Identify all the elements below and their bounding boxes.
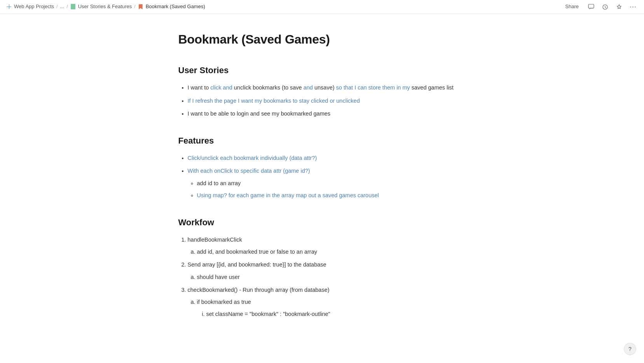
section-user-stories: User Stories I want to click and unclick… — [178, 63, 466, 118]
breadcrumb-item-projects[interactable]: Web App Projects — [6, 3, 54, 11]
main-content: Bookmark (Saved Games) User Stories I wa… — [155, 14, 489, 363]
history-button[interactable] — [600, 2, 610, 12]
workflow-list: handleBookmarkClick add id, and bookmark… — [178, 235, 466, 319]
breadcrumb-label-projects: Web App Projects — [14, 3, 54, 11]
section-title-workflow: Workfow — [178, 216, 466, 229]
breadcrumb-item-ellipsis[interactable]: ... — [60, 3, 64, 11]
help-button[interactable]: ? — [624, 343, 636, 355]
workflow-item-3: checkBookmarked() - Run through array (f… — [188, 287, 330, 293]
more-button[interactable]: ··· — [628, 2, 638, 12]
list-item: add id to an array — [197, 179, 466, 188]
bookmark-icon — [138, 4, 143, 9]
list-item: checkBookmarked() - Run through array (f… — [188, 286, 466, 319]
list-item: handleBookmarkClick add id, and bookmark… — [188, 235, 466, 256]
feature-text-2: With each onClick to specific data attr … — [188, 168, 310, 174]
workflow-item-1: handleBookmarkClick — [188, 237, 242, 243]
breadcrumb-item-bookmark[interactable]: Bookmark (Saved Games) — [138, 3, 205, 11]
star-button[interactable] — [614, 2, 624, 12]
features-sub-list: add id to an array Using map? for each g… — [188, 179, 466, 200]
list-item: Click/unclick each bookmark individually… — [188, 154, 466, 163]
section-features: Features Click/unclick each bookmark ind… — [178, 134, 466, 200]
breadcrumb-label-user-stories: User Stories & Features — [78, 3, 132, 11]
list-item: add id, and bookmarked true or false to … — [197, 247, 466, 256]
list-item: set className = "bookmark" : "bookmark-o… — [206, 310, 466, 319]
topbar: Web App Projects / ... / User Stories & … — [0, 0, 644, 14]
list-item: If I refresh the page I want my bookmark… — [188, 96, 466, 105]
workflow-sub-item-3a: if bookmarked as true — [197, 299, 251, 305]
grid-icon — [6, 4, 12, 9]
page-icon — [70, 4, 76, 9]
sub-feature-text-2: Using map? for each game in the array ma… — [197, 192, 379, 198]
workflow-sub-list-1: add id, and bookmarked true or false to … — [188, 247, 466, 256]
feature-text-1: Click/unclick each bookmark individually… — [188, 155, 317, 161]
list-item: I want to click and unclick bookmarks (t… — [188, 83, 466, 92]
section-title-user-stories: User Stories — [178, 63, 466, 77]
workflow-sub-sub-item-3a-i: set className = "bookmark" : "bookmark-o… — [206, 311, 330, 317]
list-item: Send array [{id, and bookmarked: true}] … — [188, 260, 466, 281]
section-title-features: Features — [178, 134, 466, 147]
svg-rect-0 — [588, 4, 594, 8]
features-list: Click/unclick each bookmark individually… — [178, 154, 466, 200]
breadcrumb-item-user-stories[interactable]: User Stories & Features — [70, 3, 132, 11]
sub-feature-text-1: add id to an array — [197, 180, 241, 186]
workflow-sub-item-2a: should have user — [197, 274, 240, 280]
comment-button[interactable] — [586, 2, 596, 12]
workflow-sub-list-3: if bookmarked as true set className = "b… — [188, 298, 466, 319]
workflow-item-2: Send array [{id, and bookmarked: true}] … — [188, 261, 326, 268]
list-item: should have user — [197, 273, 466, 282]
story-text-1: I want to click and unclick bookmarks (t… — [188, 84, 454, 91]
workflow-sub-sub-list-3a: set className = "bookmark" : "bookmark-o… — [197, 310, 466, 319]
story-text-3: I want to be able to login and see my bo… — [188, 110, 331, 117]
breadcrumb-sep-3: / — [134, 3, 135, 11]
list-item: if bookmarked as true set className = "b… — [197, 298, 466, 319]
breadcrumb-label-bookmark: Bookmark (Saved Games) — [146, 3, 205, 11]
topbar-actions: Share ··· — [562, 2, 638, 12]
list-item: With each onClick to specific data attr … — [188, 167, 466, 200]
breadcrumb-label-ellipsis: ... — [60, 3, 64, 11]
breadcrumb-sep-2: / — [66, 3, 68, 11]
story-text-2: If I refresh the page I want my bookmark… — [188, 98, 360, 104]
user-stories-list: I want to click and unclick bookmarks (t… — [178, 83, 466, 118]
workflow-sub-item-1a: add id, and bookmarked true or false to … — [197, 249, 318, 255]
breadcrumb: Web App Projects / ... / User Stories & … — [6, 3, 205, 11]
share-button[interactable]: Share — [562, 2, 582, 12]
section-workflow: Workfow handleBookmarkClick add id, and … — [178, 216, 466, 319]
list-item: Using map? for each game in the array ma… — [197, 191, 466, 200]
workflow-sub-list-2: should have user — [188, 273, 466, 282]
page-title: Bookmark (Saved Games) — [178, 30, 466, 49]
breadcrumb-sep-1: / — [56, 3, 58, 11]
list-item: I want to be able to login and see my bo… — [188, 109, 466, 118]
